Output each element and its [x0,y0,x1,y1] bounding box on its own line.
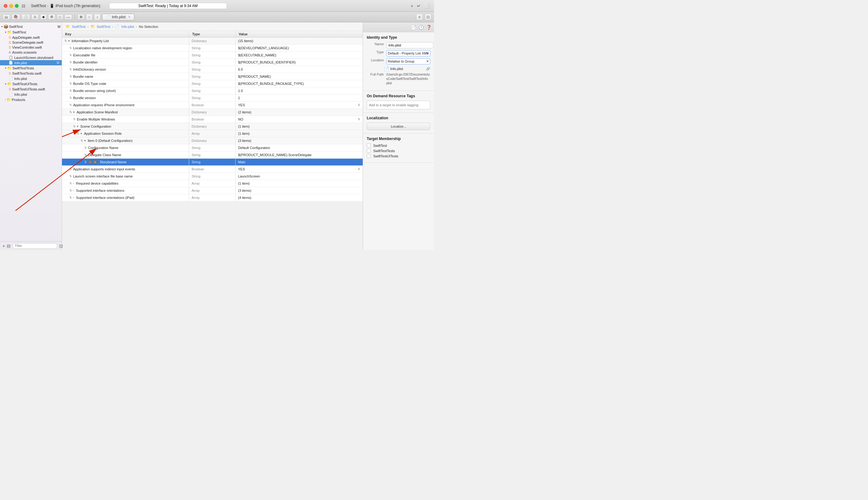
table-row[interactable]: ⇅ Executable file String $(EXECUTABLE_NA… [62,52,363,59]
filter-input[interactable] [12,243,57,249]
breadcrumb-item-infoplist[interactable]: Info.plist [121,25,134,29]
sort-arrows-icon[interactable]: ⇅ [69,82,72,85]
sort-arrows-icon[interactable]: ⇅ [69,189,72,192]
layout-icon[interactable]: ⬜ [424,3,430,9]
sort-arrows-icon[interactable]: ⇅ [69,175,72,178]
expand-scene-config-icon[interactable]: ▾ [77,125,78,128]
sidebar-item-launchscreen[interactable]: 📋 LaunchScreen.storyboard [0,55,62,60]
target-swiftuitests-checkbox[interactable] [367,154,371,158]
sort-arrows-icon[interactable]: ⇅ [73,118,76,121]
inspector-tagging-field[interactable] [367,101,430,109]
row-plus-btn[interactable]: + [93,160,97,164]
sidebar-group-uitests[interactable]: ▾ 📁 SwiftTestUITests [0,81,62,87]
close-button[interactable] [4,4,8,8]
table-row[interactable]: ⇅ Bundle name String $(PRODUCT_NAME) [62,73,363,80]
sort-arrows-icon[interactable]: ⇅ [65,39,67,43]
grid-btn[interactable]: ⊞ [78,14,85,20]
sort-arrows-icon[interactable]: ⇅ [77,132,79,135]
sidebar-group-products[interactable]: › 📁 Products [0,97,62,103]
expand-scene-manifest-icon[interactable]: ▾ [73,111,75,114]
tab-close-icon[interactable]: ✕ [128,15,131,19]
sidebar-item-viewcontroller[interactable]: S ViewController.swift [0,45,62,50]
sidebar-toggle-icon[interactable]: ⊟ [21,3,26,9]
sidebar-item-appdelegate[interactable]: S AppDelegate.swift [0,35,62,40]
table-row[interactable]: ⇅ Configuration Name String Default Conf… [62,144,363,151]
sort-arrows-icon[interactable]: ⇅ [81,139,83,142]
nav-back-btn[interactable]: ‹ [86,14,93,21]
geometry-btn[interactable]: □ [57,14,63,20]
filter-icon[interactable]: ⊟ [7,243,11,248]
sort-arrows-icon[interactable]: ⇅ [84,146,87,149]
sort-arrows-icon[interactable]: ⇅ [69,54,72,57]
breadcrumb-item-swifttest-1[interactable]: SwiftTest [72,25,86,29]
table-row-storyboard[interactable]: ⇅ − + Storyboard Name String Main [62,159,363,166]
table-row[interactable]: ⇅ Bundle version string (short) String 1… [62,87,363,94]
breakpoint-btn[interactable]: ◆ [40,14,47,20]
menu-btn[interactable]: ≡ [416,14,423,21]
expand-required-caps-icon[interactable]: › [73,182,74,185]
sidebar-item-tests-swift[interactable]: S SwiftTestTests.swift [0,71,62,76]
table-row[interactable]: ⇅ Enable Multiple Windows Boolean NO ⇅ [62,116,363,123]
breadcrumb-item-swifttest-2[interactable]: SwiftTest [97,25,110,29]
sort-arrows-icon[interactable]: ⇅ [69,46,72,49]
expand-item0-icon[interactable]: ▾ [84,139,86,142]
table-row[interactable]: ⇅ Bundle OS Type code String $(PRODUCT_B… [62,80,363,87]
minimize-button[interactable] [9,4,13,8]
expand-orientations-ipad-icon[interactable]: › [73,196,74,199]
sort-arrows-icon[interactable]: ⇅ [69,111,72,114]
table-row[interactable]: ⇅ Launch screen interface file base name… [62,173,363,180]
table-row[interactable]: ⇅ Application supports indirect input ev… [62,166,363,173]
target-swifttest-checkbox[interactable] [367,144,371,147]
value-arrows-indirect[interactable]: ⇅ [358,168,360,171]
return-icon[interactable]: ↵ [416,3,421,9]
inspector-btn[interactable]: ⬜ [21,14,30,20]
table-row[interactable]: ⇅ Bundle version String 1 [62,94,363,102]
library-btn[interactable]: 📚 [11,14,20,20]
warning-btn[interactable]: ⚠ [31,14,39,20]
sort-arrows-icon[interactable]: ⇅ [69,103,72,106]
value-arrows-icon-2[interactable]: ⇅ [358,118,360,121]
inspector-file-link-icon[interactable]: 🔗 [426,67,430,71]
info-plist-tab[interactable]: 📄 Info.plist ✕ [102,14,135,21]
env-btn[interactable]: ⚙ [48,14,55,20]
sort-arrows-icon[interactable]: ⇅ [69,68,72,71]
expand-session-role-icon[interactable]: ▾ [81,132,82,135]
sort-arrows-icon[interactable]: ⇅ [69,61,72,64]
table-row[interactable]: ⇅ › Required device capabilities Array (… [62,180,363,187]
target-swifttests-checkbox[interactable] [367,149,371,153]
folder-btn[interactable]: 🗂 [2,14,10,20]
sidebar-item-scenedelegate[interactable]: S SceneDelegate.swift [0,40,62,45]
sort-arrows-icon[interactable]: ⇅ [69,168,72,171]
sidebar-group-swifttest[interactable]: ▾ 📁 SwiftTest [0,30,62,35]
inspector-type-select[interactable]: Default - Property List XML [386,50,431,56]
table-row[interactable]: ⇅ ▾ Scene Configuration Dictionary (1 it… [62,123,363,130]
inspector-name-field[interactable] [386,42,433,48]
sidebar-item-tests-plist[interactable]: 📄 Info.plist [0,76,62,81]
maximize-button[interactable] [15,4,19,8]
sidebar-item-assets[interactable]: A Assets.xcassets [0,50,62,55]
sort-arrows-icon[interactable]: ⇅ [69,75,72,78]
table-row[interactable]: ⇅ Delegate Class Name String $(PRODUCT_M… [62,151,363,159]
sort-arrows-icon[interactable]: ⇅ [73,125,76,128]
add-file-icon[interactable]: + [2,243,5,248]
table-row[interactable]: ⇅ ▾ Application Scene Manifest Dictionar… [62,109,363,116]
table-row[interactable]: ⇅ ▾ Information Property List Dictionary… [62,37,363,45]
table-row[interactable]: ⇅ › Supported interface orientations Arr… [62,187,363,194]
sort-arrows-icon[interactable]: ⇅ [69,196,72,199]
table-row[interactable]: ⇅ Localization native development region… [62,45,363,52]
sidebar-item-info-plist[interactable]: 📄 Info.plist M [0,60,62,65]
expand-orientations-icon[interactable]: › [73,189,74,192]
value-arrows-icon[interactable]: ⇅ [358,103,360,106]
inspector-help-icon[interactable]: ❓ [426,25,432,30]
sidebar-group-tests[interactable]: ▾ 📁 SwiftTestTests [0,65,62,71]
table-row[interactable]: ⇅ Application requires iPhone environmen… [62,102,363,109]
add-icon[interactable]: + [410,3,414,9]
row-minus-btn[interactable]: − [88,160,92,164]
inspector-file-icon[interactable]: 📄 [411,25,416,30]
expand-icon-root[interactable]: ▾ [68,39,70,43]
inspector-clock-icon[interactable]: 🕐 [419,25,424,30]
sort-arrows-icon[interactable]: ⇅ [69,89,72,92]
sort-arrows-icon[interactable]: ⇅ [69,96,72,100]
sidebar-item-uitests-plist[interactable]: 📄 Info.plist [0,92,62,97]
table-row[interactable]: ⇅ › Supported interface orientations (iP… [62,194,363,201]
